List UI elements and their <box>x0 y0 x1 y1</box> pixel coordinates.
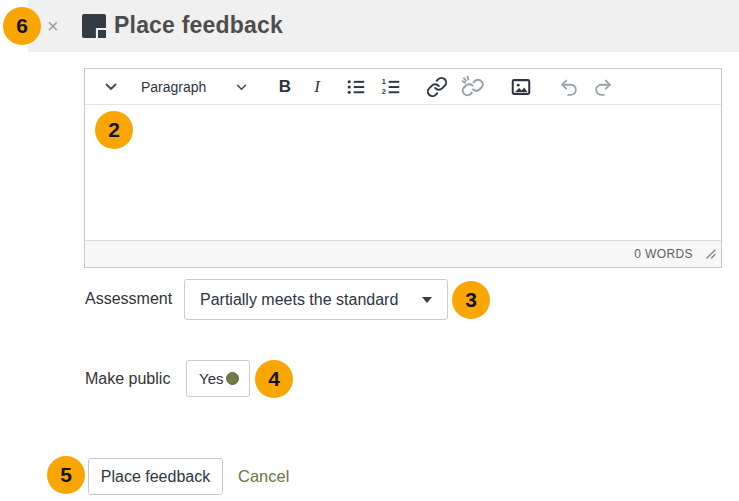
editor-toolbar: Paragraph B I 1 2 <box>85 69 721 105</box>
insert-image-button[interactable] <box>506 69 536 105</box>
resize-grip-icon[interactable] <box>706 245 716 263</box>
image-icon <box>510 76 532 98</box>
format-select[interactable]: Paragraph <box>135 69 253 105</box>
link-icon <box>426 76 448 98</box>
unlink-icon <box>460 75 484 99</box>
redo-button[interactable] <box>589 69 617 105</box>
undo-icon <box>558 76 580 98</box>
chevron-down-icon <box>236 84 247 91</box>
cancel-link[interactable]: Cancel <box>238 458 289 495</box>
svg-text:2: 2 <box>382 87 386 96</box>
feedback-text-area[interactable] <box>85 105 721 240</box>
undo-button[interactable] <box>555 69 583 105</box>
feedback-editor: Paragraph B I 1 2 <box>84 68 722 268</box>
make-public-toggle-value: Yes <box>199 370 223 387</box>
numbered-list-button[interactable]: 1 2 <box>376 69 406 105</box>
page-title: Place feedback <box>114 12 283 39</box>
redo-icon <box>592 76 614 98</box>
toolbar-toggle-button[interactable] <box>99 69 123 105</box>
remove-link-button[interactable] <box>456 69 488 105</box>
toggle-knob-icon <box>226 372 239 385</box>
make-public-label: Make public <box>85 360 170 397</box>
svg-text:1: 1 <box>382 77 386 86</box>
bullet-list-button[interactable] <box>341 69 371 105</box>
caret-down-icon <box>422 297 432 303</box>
annotation-step-submit: 5 <box>47 456 85 494</box>
italic-button[interactable]: I <box>305 69 329 105</box>
annotation-step-assessment: 3 <box>452 281 490 319</box>
chevron-down-icon <box>105 83 117 91</box>
assessment-select[interactable]: Partially meets the standard <box>184 279 448 320</box>
insert-link-button[interactable] <box>422 69 452 105</box>
format-select-value: Paragraph <box>141 79 206 95</box>
annotation-step-editor: 2 <box>95 111 133 149</box>
word-count: 0 WORDS <box>634 241 693 267</box>
make-public-toggle[interactable]: Yes <box>186 360 250 397</box>
close-icon[interactable]: × <box>47 16 59 36</box>
place-feedback-button[interactable]: Place feedback <box>88 458 223 495</box>
assessment-select-value: Partially meets the standard <box>200 291 398 309</box>
numbered-list-icon: 1 2 <box>380 76 402 98</box>
bold-button[interactable]: B <box>271 69 299 105</box>
annotation-step-make-public: 4 <box>255 360 293 398</box>
editor-statusbar: 0 WORDS <box>85 240 721 267</box>
feedback-note-icon <box>82 14 106 38</box>
bullet-list-icon <box>345 76 367 98</box>
annotation-step-close: 6 <box>3 7 41 45</box>
assessment-label: Assessment <box>85 278 172 319</box>
